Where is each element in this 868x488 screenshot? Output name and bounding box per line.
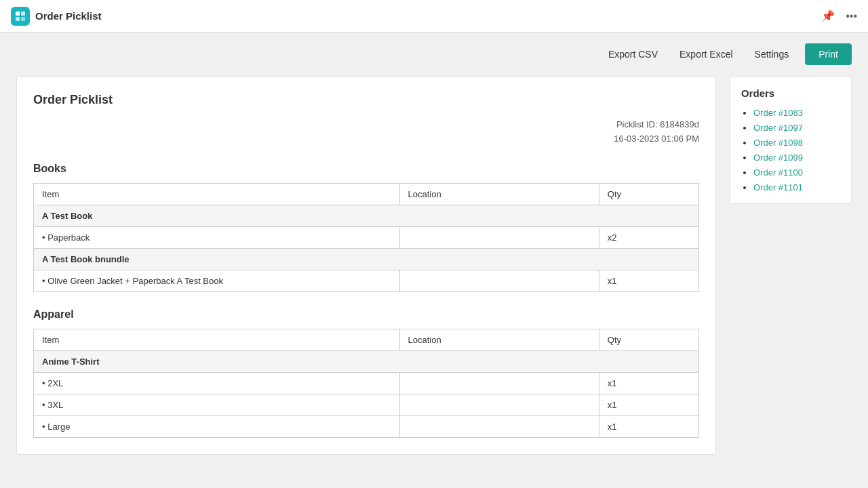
- list-item: Order #1101: [753, 182, 840, 192]
- item-name: • Paperback: [34, 226, 400, 248]
- top-bar-actions: 📌 •••: [821, 9, 857, 22]
- pin-icon[interactable]: 📌: [821, 9, 835, 22]
- app-logo: Order Picklist: [11, 7, 821, 26]
- export-csv-button[interactable]: Export CSV: [603, 45, 663, 64]
- group-name: A Test Book bnundle: [34, 248, 699, 270]
- svg-rect-0: [16, 12, 20, 16]
- item-location: [399, 394, 599, 415]
- table-row: • Olive Green Jacket + Paperback A Test …: [34, 270, 699, 291]
- picklist-title: Order Picklist: [33, 93, 699, 107]
- apparel-col-item: Item: [34, 329, 400, 350]
- main-content: Order Picklist Picklist ID: 6184839d 16-…: [0, 76, 868, 471]
- settings-button[interactable]: Settings: [749, 45, 795, 64]
- table-row: Anime T-Shirt: [34, 350, 699, 372]
- order-link[interactable]: Order #1100: [753, 167, 803, 178]
- orders-sidebar: Orders Order #1083 Order #1097 Order #10…: [730, 76, 852, 204]
- item-qty: x1: [599, 270, 698, 291]
- apparel-col-location: Location: [399, 329, 599, 350]
- toolbar: Export CSV Export Excel Settings Print: [0, 33, 868, 76]
- list-item: Order #1099: [753, 152, 840, 163]
- item-qty: x1: [599, 415, 698, 437]
- item-qty: x1: [599, 372, 698, 394]
- table-row: • Paperback x2: [34, 226, 699, 248]
- svg-rect-3: [21, 17, 25, 21]
- list-item: Order #1097: [753, 122, 840, 133]
- section-books-heading: Books: [33, 163, 699, 175]
- list-item: Order #1098: [753, 137, 840, 148]
- picklist-paper: Order Picklist Picklist ID: 6184839d 16-…: [16, 76, 716, 455]
- order-link[interactable]: Order #1097: [753, 123, 803, 133]
- item-qty: x2: [599, 226, 698, 248]
- books-table: Item Location Qty A Test Book • Paperbac…: [33, 183, 699, 292]
- picklist-date: 16-03-2023 01:06 PM: [33, 132, 699, 146]
- table-row: • Large x1: [34, 415, 699, 437]
- print-button[interactable]: Print: [805, 43, 852, 65]
- books-col-qty: Qty: [599, 183, 698, 205]
- books-col-item: Item: [34, 183, 400, 205]
- export-excel-button[interactable]: Export Excel: [674, 45, 738, 64]
- order-link[interactable]: Order #1099: [753, 152, 803, 163]
- group-name: Anime T-Shirt: [34, 350, 699, 372]
- item-name: • 3XL: [34, 394, 400, 415]
- group-name: A Test Book: [34, 205, 699, 226]
- svg-rect-2: [16, 17, 20, 21]
- apparel-col-qty: Qty: [599, 329, 698, 350]
- item-name: • Large: [34, 415, 400, 437]
- more-icon[interactable]: •••: [846, 10, 857, 22]
- item-qty: x1: [599, 394, 698, 415]
- app-title: Order Picklist: [35, 10, 102, 22]
- order-link[interactable]: Order #1098: [753, 138, 803, 148]
- table-row: A Test Book bnundle: [34, 248, 699, 270]
- section-apparel-heading: Apparel: [33, 308, 699, 321]
- item-name: • 2XL: [34, 372, 400, 394]
- table-row: • 3XL x1: [34, 394, 699, 415]
- books-col-location: Location: [399, 183, 599, 205]
- top-bar: Order Picklist 📌 •••: [0, 0, 868, 33]
- orders-list: Order #1083 Order #1097 Order #1098 Orde…: [741, 107, 840, 192]
- svg-rect-1: [21, 12, 25, 16]
- table-row: • 2XL x1: [34, 372, 699, 394]
- apparel-table: Item Location Qty Anime T-Shirt • 2XL x1…: [33, 329, 699, 438]
- list-item: Order #1083: [753, 107, 840, 118]
- item-name: • Olive Green Jacket + Paperback A Test …: [34, 270, 400, 291]
- item-location: [399, 415, 599, 437]
- list-item: Order #1100: [753, 167, 840, 178]
- order-link[interactable]: Order #1101: [753, 182, 803, 192]
- item-location: [399, 226, 599, 248]
- picklist-meta: Picklist ID: 6184839d 16-03-2023 01:06 P…: [33, 118, 699, 146]
- picklist-id: Picklist ID: 6184839d: [33, 118, 699, 132]
- item-location: [399, 270, 599, 291]
- table-row: A Test Book: [34, 205, 699, 226]
- sidebar-title: Orders: [741, 87, 840, 99]
- order-link[interactable]: Order #1083: [753, 108, 803, 118]
- item-location: [399, 372, 599, 394]
- logo-icon: [11, 7, 30, 26]
